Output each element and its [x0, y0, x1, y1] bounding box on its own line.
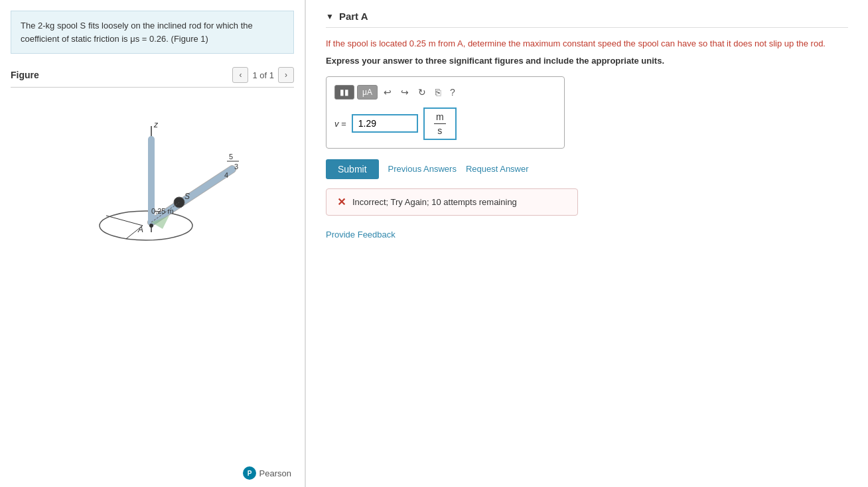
svg-line-17	[106, 216, 143, 226]
figure-prev-button[interactable]: ‹	[232, 67, 248, 83]
svg-text:3: 3	[234, 163, 238, 171]
instruction-text: Express your answer to three significant…	[326, 56, 848, 66]
figure-title: Figure	[11, 70, 39, 80]
request-answer-link[interactable]: Request Answer	[466, 164, 529, 174]
collapse-icon[interactable]: ▼	[326, 12, 334, 21]
input-row: v = m s	[334, 107, 556, 140]
figure-header: Figure ‹ 1 of 1 ›	[11, 67, 294, 88]
svg-text:z: z	[153, 120, 159, 129]
figure-next-button[interactable]: ›	[278, 67, 294, 83]
keyboard-button[interactable]: ⎘	[432, 85, 444, 100]
refresh-button[interactable]: ↻	[415, 85, 429, 100]
left-panel: The 2-kg spool S fits loosely on the inc…	[0, 0, 305, 487]
svg-text:0.25 m: 0.25 m	[151, 207, 174, 215]
error-box: ✕ Incorrect; Try Again; 10 attempts rema…	[326, 188, 578, 216]
question-text: If the spool is located 0.25 m from A, d…	[326, 37, 848, 50]
pearson-logo-icon: P	[242, 466, 257, 480]
mu-button[interactable]: μA	[357, 85, 378, 100]
unit-denominator: s	[437, 124, 442, 136]
matrix-button[interactable]: ▮▮	[334, 85, 354, 100]
previous-answers-link[interactable]: Previous Answers	[388, 164, 457, 174]
mu-icon: μA	[362, 88, 372, 97]
undo-button[interactable]: ↩	[380, 85, 395, 100]
matrix-icon: ▮▮	[340, 88, 349, 97]
part-label: Part A	[339, 11, 368, 22]
pearson-footer: P Pearson	[242, 466, 291, 480]
variable-label: v =	[334, 119, 346, 129]
error-message: Incorrect; Try Again; 10 attempts remain…	[352, 197, 517, 207]
help-button[interactable]: ?	[447, 85, 459, 100]
error-icon: ✕	[337, 196, 346, 208]
svg-point-0	[100, 211, 192, 240]
provide-feedback-link[interactable]: Provide Feedback	[326, 230, 396, 240]
svg-text:A: A	[137, 225, 143, 234]
figure-page: 1 of 1	[252, 70, 274, 80]
svg-text:P: P	[247, 470, 252, 477]
figure-section: Figure ‹ 1 of 1 › z	[11, 67, 294, 265]
figure-canvas: z S 0.25 m A 5 3 4	[11, 93, 294, 265]
answer-input[interactable]	[352, 114, 418, 133]
problem-statement: The 2-kg spool S fits loosely on the inc…	[11, 11, 294, 54]
unit-fraction: m s	[423, 107, 457, 140]
svg-text:S: S	[184, 192, 190, 201]
unit-numerator: m	[434, 111, 446, 124]
svg-text:5: 5	[229, 153, 233, 161]
pearson-logo-text: Pearson	[259, 468, 291, 478]
figure-nav-controls: ‹ 1 of 1 ›	[232, 67, 294, 83]
figure-diagram: z S 0.25 m A 5 3 4	[40, 93, 265, 265]
redo-button[interactable]: ↪	[398, 85, 412, 100]
answer-toolbar: ▮▮ μA ↩ ↪ ↻ ⎘ ?	[334, 85, 556, 100]
part-header: ▼ Part A	[326, 11, 848, 28]
svg-point-11	[149, 224, 153, 228]
right-panel: ▼ Part A If the spool is located 0.25 m …	[306, 0, 868, 487]
action-row: Submit Previous Answers Request Answer	[326, 159, 848, 179]
svg-text:4: 4	[224, 171, 228, 179]
submit-button[interactable]: Submit	[326, 159, 379, 179]
problem-text: The 2-kg spool S fits loosely on the inc…	[21, 21, 253, 44]
answer-box: ▮▮ μA ↩ ↪ ↻ ⎘ ? v = m s	[326, 76, 565, 149]
